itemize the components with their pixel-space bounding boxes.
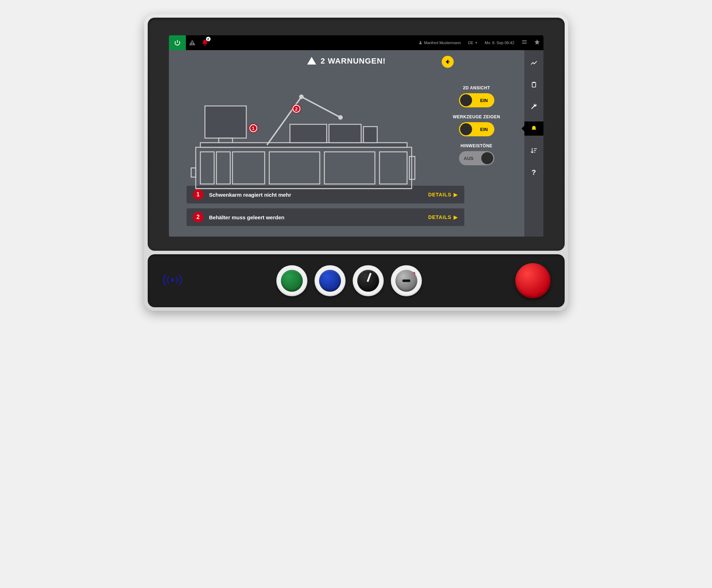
chart-line-icon [530,59,538,67]
svg-rect-21 [329,124,361,143]
svg-point-2 [420,41,421,43]
rail-help-button[interactable]: ? [524,165,543,179]
warning-indicator[interactable] [186,35,199,50]
key-indicator [412,272,415,275]
question-icon: ? [531,168,536,177]
bezel: 2 Manfred Mustermann DE ▼ Mo. 8. Sep 09:… [148,18,565,251]
page-title: 2 WARNUNGEN! [320,57,386,66]
toggle-state-text: EIN [480,98,488,103]
wrench-icon [530,103,537,110]
svg-rect-14 [200,152,214,184]
svg-rect-16 [233,152,265,184]
svg-rect-15 [216,152,230,184]
rfid-indicator [162,271,183,290]
toggle-sounds-label: HINWEISTÖNE [460,143,492,148]
right-rail: ? [524,50,543,237]
svg-rect-1 [192,44,193,45]
button-cap [319,270,341,292]
machine-schematic[interactable]: 1 2 [187,71,433,177]
warning-marker-2[interactable]: 2 [293,105,300,113]
warning-message: Behälter muss geleert werden [209,214,423,220]
toggle-tools-label: WERKZEUGE ZEIGEN [453,114,500,119]
toggle-2d-label: 2D ANSICHT [463,85,490,90]
language-code: DE [468,41,473,45]
keyswitch-cap [395,270,417,292]
user-name: Manfred Mustermann [424,41,461,45]
bell-icon [530,125,537,132]
svg-rect-20 [290,124,326,143]
machine-drawing [187,78,425,202]
menu-button[interactable] [518,38,531,47]
toggle-knob [460,94,472,106]
user-label[interactable]: Manfred Mustermann [418,41,461,45]
rail-trend-button[interactable] [524,56,543,70]
svg-rect-17 [269,152,320,184]
hw-green-button[interactable] [276,265,307,296]
back-button[interactable] [442,56,454,68]
toggle-state-text: EIN [480,127,488,132]
svg-rect-28 [191,168,196,177]
svg-rect-6 [311,60,312,62]
toggle-panel: 2D ANSICHT EIN WERKZEUGE ZEIGEN EIN HINW… [447,71,507,177]
hardware-panel [148,254,565,307]
warning-triangle-icon [188,39,196,47]
hw-blue-button[interactable] [314,265,346,296]
language-selector[interactable]: DE ▼ [468,41,478,45]
toggle-sounds[interactable]: AUS [459,151,494,165]
key-slot [402,280,410,282]
alarm-indicator[interactable]: 2 [199,35,211,50]
hw-key-switch[interactable] [391,265,422,296]
page-title-bar: 2 WARNUNGEN! [169,57,524,66]
rail-clipboard-button[interactable] [524,78,543,92]
arrow-left-icon [444,58,451,65]
svg-point-35 [171,279,173,281]
rail-alarms-button[interactable] [524,121,543,136]
sort-icon [530,147,537,154]
power-icon [174,39,181,46]
details-button[interactable]: DETAILS ▶ [428,214,458,220]
details-button[interactable]: DETAILS ▶ [428,192,458,197]
star-icon [534,39,540,45]
chevron-right-icon: ▶ [454,214,458,220]
clipboard-icon [530,81,537,88]
rail-sort-button[interactable] [524,143,543,158]
svg-rect-7 [311,63,312,63]
rfid-icon [162,271,183,289]
hmi-device: 2 Manfred Mustermann DE ▼ Mo. 8. Sep 09:… [144,14,568,311]
user-icon [418,41,423,45]
svg-rect-11 [205,106,246,138]
svg-rect-30 [533,82,535,83]
chevron-down-icon: ▼ [475,41,478,44]
topbar: 2 Manfred Mustermann DE ▼ Mo. 8. Sep 09:… [169,35,543,50]
svg-rect-13 [200,143,407,147]
emergency-stop-button[interactable] [515,263,551,298]
toggle-show-tools[interactable]: EIN [459,122,494,136]
datetime-label: Mo. 8. Sep 09:42 [485,41,514,45]
svg-rect-22 [363,127,377,143]
warning-triangle-icon [307,57,316,66]
button-cap [281,270,303,292]
svg-point-26 [339,115,342,119]
screen: 2 Manfred Mustermann DE ▼ Mo. 8. Sep 09:… [169,35,543,237]
power-button[interactable] [169,35,186,50]
svg-line-24 [301,97,341,118]
warning-marker-1[interactable]: 1 [249,124,257,132]
hardware-buttons [276,265,422,296]
svg-rect-29 [532,82,536,87]
toggle-state-text: AUS [464,156,473,161]
warning-number-badge: 2 [193,212,204,222]
svg-rect-0 [192,42,193,43]
main-content: 2 WARNUNGEN! [169,50,524,237]
rail-settings-button[interactable] [524,100,543,114]
details-label: DETAILS [428,192,452,197]
details-label: DETAILS [428,214,452,220]
svg-rect-27 [409,156,415,179]
favorite-button[interactable] [531,39,543,47]
toggle-2d-view[interactable]: EIN [459,93,494,107]
warning-row[interactable]: 2 Behälter muss geleert werden DETAILS ▶ [187,208,464,226]
chevron-right-icon: ▶ [454,192,458,197]
hw-selector-knob[interactable] [353,265,384,296]
alarm-badge: 2 [206,37,211,41]
menu-icon [521,38,528,46]
svg-rect-18 [324,152,375,184]
